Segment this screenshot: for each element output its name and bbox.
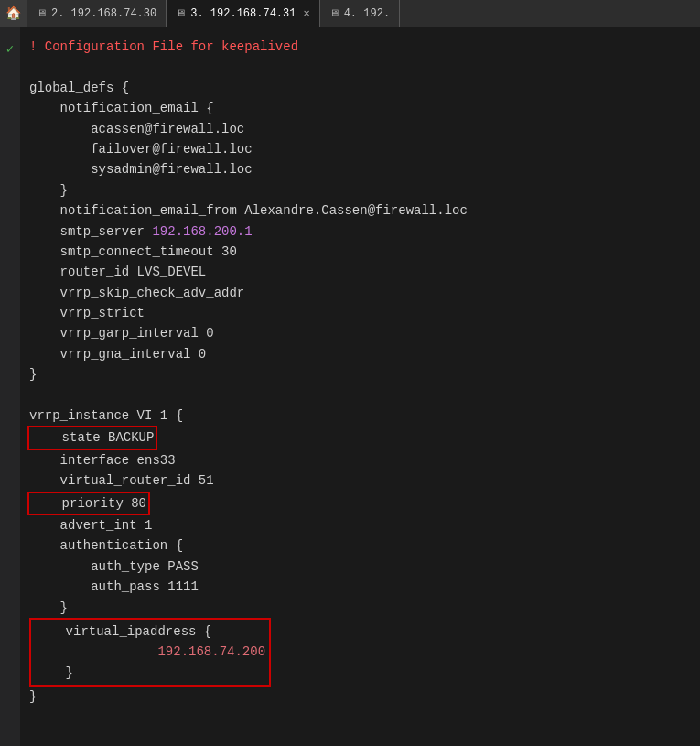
authentication-close: } [29, 600, 68, 615]
notification-email-open: notification_email { [29, 101, 214, 115]
editor-area[interactable]: ! Configuration File for keepalived glob… [20, 27, 481, 746]
vrrp-skip: vrrp_skip_check_adv_addr [29, 286, 244, 300]
vrrp-instance-open: vrrp_instance VI 1 { [29, 408, 183, 423]
vrrp-gna: vrrp_gna_interval 0 [29, 347, 206, 362]
virtual-router-id: virtual_router_id 51 [29, 473, 214, 488]
state-backup-box: state BACKUP [27, 426, 157, 449]
tab-2-label: 3. 192.168.74.31 [190, 7, 296, 20]
interface-line: interface ens33 [29, 453, 176, 468]
auth-type: auth_type PASS [29, 559, 199, 574]
email3: sysadmin@firewall.loc [29, 162, 253, 177]
router-id: router_id LVS_DEVEL [29, 265, 206, 279]
authentication-open: authentication { [29, 538, 183, 553]
check-icon: ✓ [6, 41, 14, 57]
smtp-server-ip: 192.168.200.1 [152, 224, 252, 239]
virtual-ipaddress-section: virtual_ipaddress { 192.168.74.200 } [29, 618, 271, 687]
global-defs-open: global_defs { [29, 81, 129, 95]
notification-email-close: } [29, 183, 68, 198]
tab-2-icon: 🖥 [176, 7, 186, 19]
content-wrapper: ✓ ! Configuration File for keepalived gl… [0, 27, 700, 746]
smtp-server-label: smtp_server [29, 224, 152, 239]
tab-1-label: 2. 192.168.74.30 [51, 7, 156, 20]
advert-int: advert_int 1 [29, 518, 152, 533]
tab-2[interactable]: 🖥 3. 192.168.74.31 ✕ [167, 0, 319, 27]
tab-1[interactable]: 🖥 2. 192.168.74.30 [27, 0, 167, 27]
email1: acassen@firewall.loc [29, 122, 244, 136]
home-icon-area[interactable]: 🏠 [0, 0, 27, 27]
tab-bar: 🏠 🖥 2. 192.168.74.30 🖥 3. 192.168.74.31 … [0, 0, 700, 27]
smtp-connect-timeout: smtp_connect_timeout 30 [29, 244, 237, 259]
tab-3-label: 4. 192. [344, 7, 390, 20]
vrrp-garp: vrrp_garp_interval 0 [29, 326, 214, 341]
notification-email-from: notification_email_from Alexandre.Cassen… [29, 203, 468, 218]
priority-box: priority 80 [27, 492, 150, 515]
vrrp-instance-close: } [29, 689, 37, 704]
app-window: 🏠 🖥 2. 192.168.74.30 🖥 3. 192.168.74.31 … [0, 0, 700, 746]
tab-2-close[interactable]: ✕ [303, 6, 309, 20]
code-content: ! Configuration File for keepalived glob… [29, 37, 468, 708]
left-nav: ✓ [0, 27, 20, 746]
comment-line: ! Configuration File for keepalived [29, 39, 298, 54]
email2: failover@firewall.loc [29, 142, 253, 157]
auth-pass: auth_pass 1111 [29, 579, 199, 594]
vrrp-strict: vrrp_strict [29, 306, 145, 320]
tab-3[interactable]: 🖥 4. 192. [320, 0, 400, 27]
home-icon: 🏠 [5, 5, 21, 21]
tab-3-icon: 🖥 [329, 7, 339, 19]
tab-1-icon: 🖥 [37, 7, 47, 19]
global-defs-close: } [29, 367, 37, 382]
virtual-ip: 192.168.74.200 [96, 644, 265, 659]
